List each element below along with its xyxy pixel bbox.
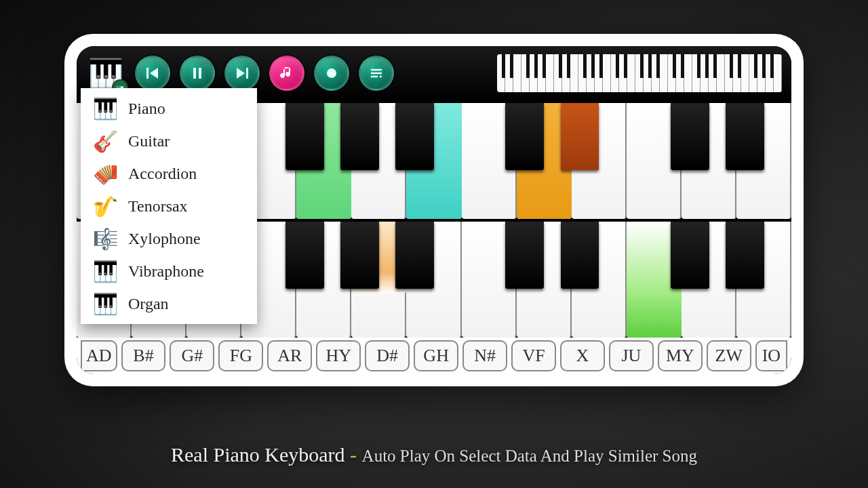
instrument-menu-item[interactable]: 🎹Piano: [81, 92, 257, 125]
black-key[interactable]: [671, 222, 709, 289]
chord-button[interactable]: D#: [365, 340, 410, 371]
svg-rect-0: [146, 68, 149, 79]
instrument-menu-item[interactable]: 🎹Vibraphone: [81, 255, 257, 287]
black-key[interactable]: [726, 222, 764, 289]
instrument-menu-item[interactable]: 🎷Tenorsax: [81, 190, 257, 222]
chord-button[interactable]: AR: [267, 340, 312, 371]
black-key[interactable]: [340, 222, 379, 289]
instrument-menu-label: Accordion: [128, 165, 197, 183]
device-frame: 🎹 ≡▾: [64, 34, 804, 386]
instrument-menu: 🎹Piano🎸Guitar🪗Accordion🎷Tenorsax🎼Xylopho…: [81, 88, 257, 324]
svg-rect-2: [199, 68, 201, 79]
instrument-menu-item[interactable]: 🎹Organ: [81, 287, 257, 320]
organ-icon: 🎹: [92, 291, 119, 316]
svg-rect-3: [246, 68, 248, 79]
instrument-menu-label: Piano: [128, 100, 165, 118]
instrument-selector[interactable]: 🎹 ≡▾: [86, 54, 125, 93]
pause-button[interactable]: [180, 56, 215, 91]
music-button[interactable]: [269, 56, 304, 91]
instrument-menu-label: Tenorsax: [128, 197, 188, 216]
caption-subtitle: Auto Play On Select Data And Play Simile…: [362, 447, 697, 465]
chord-button[interactable]: X: [560, 340, 605, 371]
instrument-menu-item[interactable]: 🎼Xylophone: [81, 222, 257, 255]
chord-button[interactable]: ZW: [707, 340, 751, 371]
black-key[interactable]: [395, 222, 434, 289]
chord-button[interactable]: G#: [170, 340, 214, 371]
chord-button[interactable]: HY: [316, 340, 361, 371]
promo-caption: Real Piano Keyboard - Auto Play On Selec…: [0, 443, 868, 466]
pressed-key-highlight: [561, 103, 599, 170]
black-key[interactable]: [285, 103, 324, 170]
chord-button[interactable]: MY: [658, 340, 703, 371]
chord-button[interactable]: N#: [462, 340, 507, 371]
accordion-icon: 🪗: [92, 161, 119, 186]
chord-button[interactable]: AD: [81, 340, 117, 371]
chord-button[interactable]: B#: [121, 340, 166, 371]
black-key[interactable]: [726, 103, 764, 170]
next-button[interactable]: [224, 56, 260, 91]
instrument-menu-label: Organ: [128, 295, 169, 313]
black-key[interactable]: [505, 222, 544, 289]
chord-button[interactable]: GH: [414, 340, 458, 371]
instrument-menu-label: Xylophone: [128, 230, 201, 248]
guitar-icon: 🎸: [92, 129, 119, 153]
black-key[interactable]: [561, 222, 599, 289]
black-key[interactable]: [395, 103, 434, 170]
chord-button[interactable]: FG: [218, 340, 263, 371]
instrument-menu-item[interactable]: 🪗Accordion: [81, 157, 257, 190]
black-key[interactable]: [285, 222, 324, 289]
chord-button[interactable]: VF: [511, 340, 556, 371]
instrument-menu-label: Vibraphone: [128, 262, 204, 281]
black-key[interactable]: [340, 103, 379, 170]
svg-point-4: [327, 68, 336, 78]
instrument-menu-item[interactable]: 🎸Guitar: [81, 125, 257, 157]
record-button[interactable]: [314, 56, 349, 91]
black-key[interactable]: [671, 103, 709, 170]
chord-bar: ADB#G#FGARHYD#GHN#VFXJUMYZWIO: [77, 338, 791, 374]
caption-separator: -: [350, 443, 357, 466]
chord-button[interactable]: JU: [609, 340, 654, 371]
grand-piano-icon: 🎹: [92, 96, 119, 121]
queue-button[interactable]: [359, 56, 394, 91]
previous-button[interactable]: [135, 56, 170, 91]
chord-button[interactable]: IO: [755, 340, 787, 371]
app-screen: 🎹 ≡▾: [77, 46, 791, 374]
instrument-menu-label: Guitar: [128, 132, 170, 150]
caption-title: Real Piano Keyboard: [171, 443, 345, 466]
black-key[interactable]: [505, 103, 544, 170]
xylophone-icon: 🎼: [92, 226, 119, 251]
vibraphone-icon: 🎹: [92, 259, 119, 283]
keyboard-minimap[interactable]: [497, 54, 782, 92]
svg-rect-1: [193, 68, 196, 79]
tenorsax-icon: 🎷: [92, 194, 119, 218]
